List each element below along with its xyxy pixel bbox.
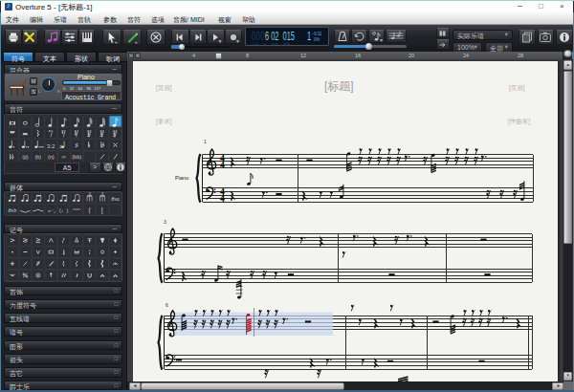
svg-text:{: { — [88, 207, 92, 215]
svg-text:(♯): (♯) — [22, 154, 29, 160]
svg-text:8va: 8va — [111, 196, 120, 202]
svg-text:(b): (b) — [34, 154, 41, 160]
svg-text:4: 4 — [220, 160, 225, 170]
svg-text:3: 3 — [164, 219, 166, 225]
svg-text:(n): (n) — [48, 154, 55, 160]
svg-text:6: 6 — [166, 302, 168, 308]
svg-text:3:2: 3:2 — [47, 142, 55, 148]
svg-text:tr~: tr~ — [48, 208, 54, 213]
svg-text:Piano: Piano — [175, 175, 188, 181]
svg-text:(bb): (bb) — [72, 154, 81, 160]
svg-text:(♩): (♩) — [59, 207, 68, 213]
svg-text:4: 4 — [220, 193, 225, 204]
svg-text:♯: ♯ — [59, 142, 62, 148]
svg-text:1: 1 — [204, 139, 207, 144]
svg-text:8vb: 8vb — [9, 207, 17, 213]
svg-text:∞: ∞ — [62, 154, 66, 160]
svg-text:♯: ♯ — [76, 142, 78, 148]
